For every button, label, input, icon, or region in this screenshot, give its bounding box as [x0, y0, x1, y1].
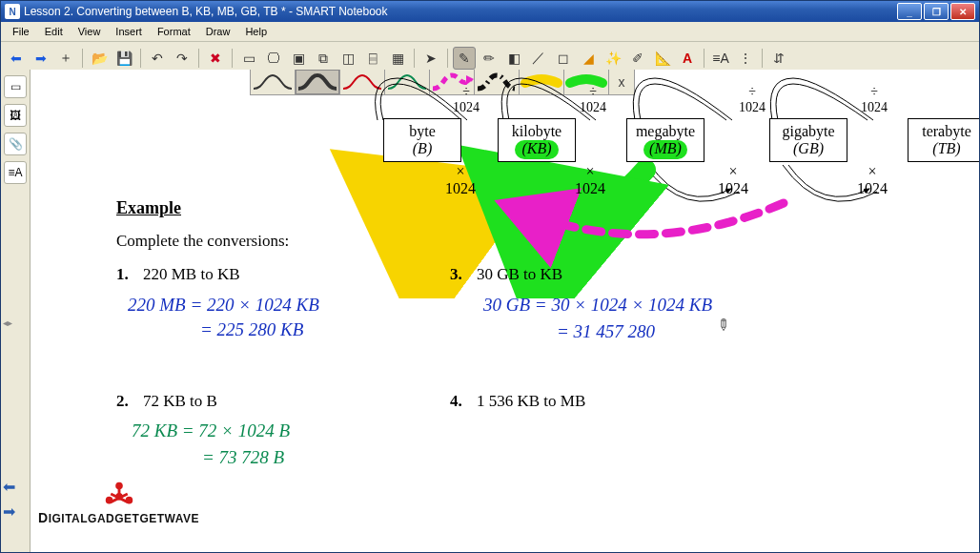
watermark: DIGITALGADGETGETWAVE	[38, 480, 199, 525]
q1-working-line1: 220 MB = 220 × 1024 KB	[128, 295, 319, 316]
screen-shade-button[interactable]: ▭	[237, 47, 260, 70]
save-button[interactable]: 💾	[112, 47, 135, 70]
select-tool[interactable]: ➤	[419, 47, 442, 70]
multiply-label-1: ×1024	[435, 163, 486, 197]
menu-draw[interactable]: Draw	[198, 24, 238, 39]
minimize-button[interactable]: _	[897, 3, 922, 20]
line-tool[interactable]: ／	[527, 47, 550, 70]
multiply-label-3: ×1024	[707, 163, 759, 197]
doc-camera-button[interactable]: ◫	[337, 47, 359, 70]
capture-button[interactable]: ⧉	[312, 47, 335, 70]
app-window: N Lesson 2. Converting between B, KB, MB…	[0, 0, 980, 553]
fill-tool[interactable]: ◢	[577, 47, 600, 70]
open-button[interactable]: 📂	[88, 47, 111, 70]
dual-page-button[interactable]: ▣	[287, 47, 310, 70]
page-canvas[interactable]: x	[31, 70, 979, 552]
multiply-label-4: ×1024	[847, 163, 898, 197]
properties-tab[interactable]: ≡A	[4, 161, 27, 184]
unit-gigabyte: gigabyte(GB)	[769, 118, 847, 162]
page-sorter-tab[interactable]: ▭	[4, 75, 27, 98]
title-bar: N Lesson 2. Converting between B, KB, MB…	[1, 1, 979, 22]
question-2: 2.72 KB to B	[116, 392, 217, 411]
eraser-tool[interactable]: ◧	[502, 47, 525, 70]
move-toolbar-button[interactable]: ⇵	[767, 47, 790, 70]
redo-button[interactable]: ↷	[171, 47, 194, 70]
prev-page-arrow-icon[interactable]: ⬅	[3, 478, 26, 495]
unit-megabyte: megabyte (MB)	[626, 118, 704, 162]
divide-label-3: ÷1024	[726, 85, 778, 115]
q3-working-line1: 30 GB = 30 × 1024 × 1024 KB	[483, 295, 712, 316]
creative-pen-tool[interactable]: ✏	[478, 47, 500, 70]
gallery-button[interactable]: ⋮	[734, 47, 757, 70]
menu-format[interactable]: Format	[150, 24, 198, 39]
question-3: 3.30 GB to KB	[450, 265, 562, 284]
collapse-handle-icon[interactable]: ◂▸	[3, 317, 12, 328]
divide-label-2: ÷1024	[567, 85, 619, 115]
unit-terabyte: terabyte(TB)	[908, 118, 979, 162]
menu-edit[interactable]: Edit	[37, 24, 71, 39]
q2-working-line1: 72 KB = 72 × 1024 B	[132, 420, 290, 441]
shape-tool[interactable]: ◻	[552, 47, 575, 70]
q1-working-line2: = 225 280 KB	[200, 319, 303, 340]
pen-tool[interactable]: ✎	[453, 47, 476, 70]
menu-insert[interactable]: Insert	[108, 24, 150, 39]
divide-label-4: ÷1024	[848, 85, 900, 115]
properties-button[interactable]: ≡A	[709, 47, 732, 70]
text-tool[interactable]: A	[676, 47, 699, 70]
watermark-text-initial: D	[38, 510, 49, 525]
app-icon: N	[5, 4, 20, 19]
table-button[interactable]: ▦	[386, 47, 409, 70]
example-heading: Example	[116, 198, 181, 218]
diagram-arrows	[31, 70, 979, 298]
delete-button[interactable]: ✖	[204, 47, 227, 70]
insert-button[interactable]: ⌸	[361, 47, 384, 70]
magic-pen-tool[interactable]: ✨	[602, 47, 624, 70]
q2-working-line2: = 73 728 B	[202, 447, 284, 468]
window-title: Lesson 2. Converting between B, KB, MB, …	[24, 5, 388, 18]
multiply-label-2: ×1024	[564, 163, 616, 197]
unit-kilobyte: kilobyte (KB)	[498, 118, 576, 162]
close-button[interactable]: ✕	[950, 3, 975, 20]
measurement-tool[interactable]: 📐	[651, 47, 674, 70]
attachments-tab[interactable]: 📎	[4, 133, 27, 155]
undo-button[interactable]: ↶	[146, 47, 169, 70]
pen-cursor-icon: ✎	[712, 314, 734, 336]
menu-file[interactable]: File	[5, 24, 37, 39]
question-4: 4.1 536 KB to MB	[450, 392, 585, 411]
question-1: 1.220 MB to KB	[116, 265, 240, 284]
next-page-arrow-icon[interactable]: ➡	[3, 502, 26, 520]
menu-bar: File Edit View Insert Format Draw Help	[1, 22, 979, 42]
full-screen-button[interactable]: 🖵	[262, 47, 285, 70]
prev-page-button[interactable]: ⬅	[5, 47, 28, 70]
svg-rect-4	[118, 487, 121, 496]
workspace: ▭ 🖼 📎 ≡A ◂▸ x	[1, 70, 979, 552]
gallery-tab[interactable]: 🖼	[4, 104, 27, 127]
next-page-button[interactable]: ➡	[30, 47, 52, 70]
q3-working-line2: = 31 457 280	[557, 321, 655, 342]
watermark-text: IGITALGADGETGETWAVE	[49, 512, 199, 525]
add-page-button[interactable]: ＋	[54, 47, 77, 70]
lesson-content: ÷1024 ÷1024 ÷1024 ÷1024 byte(B) kilobyte…	[31, 70, 979, 552]
menu-help[interactable]: Help	[237, 24, 275, 39]
watermark-logo-icon	[101, 480, 137, 508]
shape-recognition-tool[interactable]: ✐	[626, 47, 649, 70]
unit-byte: byte(B)	[383, 118, 461, 162]
divide-label-1: ÷1024	[440, 85, 492, 115]
example-subheading: Complete the conversions:	[116, 232, 289, 251]
maximize-button[interactable]: ❐	[924, 3, 949, 20]
menu-view[interactable]: View	[71, 24, 109, 39]
